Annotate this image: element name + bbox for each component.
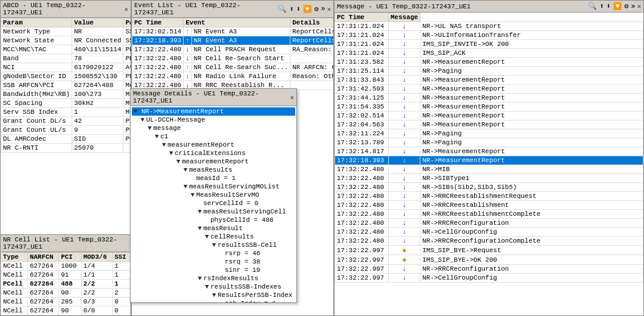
tree-expand-icon[interactable]: ▼ [182,166,189,174]
tree-expand-icon[interactable]: ▼ [203,233,210,240]
message-row[interactable]: 17:32:04.563↓NR->MeasurementReport [335,120,643,129]
tree-expand-icon[interactable]: ▼ [196,225,203,232]
nr-cell-row[interactable]: PCell6272644882/21 [1,280,131,289]
message-row[interactable]: 17:31:21.024↓IMS_SIP_ACK [335,49,643,58]
left-panel-close[interactable]: ✕ [124,5,128,13]
tree-item[interactable]: servCellId = 0 [132,199,295,207]
message-row[interactable]: 17:32:22.997↓NR->CellGroupConfig [335,274,643,283]
event-row[interactable]: 17:32:22.480↓NR Cell Re-Search Start [132,54,334,63]
message-row[interactable]: 17:32:22.480↓NR->MIB [335,165,643,174]
tree-item[interactable]: ▼MeasResultServMO [132,191,295,199]
event-row[interactable]: 17:32:22.480↑NR Cell Re-Search Suc...NR … [132,63,334,72]
tree-item[interactable]: ▼measResultServingCell [132,207,295,216]
tree-expand-icon[interactable]: ▼ [160,141,168,148]
tree-item[interactable]: ▼measurementReport [132,141,295,149]
tree-item[interactable]: rsrp = 46 [132,249,295,258]
message-row[interactable]: 17:32:22.480↓NR->RRCReestablishmentReque… [335,192,643,201]
tree-expand-icon[interactable]: ▼ [139,116,146,123]
tree-expand-icon[interactable]: ▼ [168,150,175,157]
message-details-close[interactable]: ✕ [290,94,294,101]
tree-expand-icon[interactable]: ▼ [182,183,189,190]
msg-filter-icon[interactable]: 🔽 [612,2,623,11]
msg-search-icon[interactable]: 🔍 [587,2,597,11]
nr-cell-row[interactable]: NCell62726410001/41 [1,262,131,271]
tree-item[interactable]: sinr = 19 [132,266,295,274]
expand-icon[interactable]: » [320,5,326,13]
down-icon[interactable]: ⬇ [296,5,301,14]
tree-expand-icon[interactable]: ▼ [210,241,218,249]
tree-item[interactable]: ▼NR->MeasurementReport [132,107,295,116]
message-row[interactable]: 17:31:25.114↓NR->Paging [335,67,643,76]
message-row[interactable]: 17:32:02.514↓NR->MeasurementReport [335,111,643,120]
filter-icon[interactable]: 🔽 [302,5,312,14]
message-row[interactable]: 17:32:18.393↓NR->MeasurementReport [335,156,643,165]
message-row[interactable]: 17:32:13.789↓NR->Paging [335,138,643,147]
nr-cell-row[interactable]: NCell627264900/00 [1,306,131,315]
message-panel-close[interactable]: ✕ [637,2,641,10]
nr-cell-row[interactable]: NCell627264911/11 [1,271,131,280]
event-row[interactable]: 17:32:22.480↓NR Cell PRACH RequestRA_Rea… [132,45,334,54]
tree-expand-icon[interactable]: ▼ [132,108,139,115]
tree-expand-icon[interactable]: ▼ [210,292,218,299]
message-row[interactable]: 17:32:22.480↓NR->SIBs(Sib2,Sib3,Sib5) [335,183,643,192]
tree-item[interactable]: ▼cellResults [132,233,295,241]
event-row[interactable]: 17:32:02.514↑NR Event A3ReportCells: 627… [132,27,334,36]
search-icon[interactable]: 🔍 [277,5,287,14]
message-row[interactable]: 17:32:22.997◆IMS_SIP_BYE->Request [335,246,643,255]
message-row[interactable]: 17:32:22.480↓NR->RRCReestablishment [335,201,643,210]
message-row[interactable]: 17:32:11.224↓NR->Paging [335,129,643,138]
tree-item[interactable]: ▼measResultServingMOList [132,182,295,191]
tree-item[interactable]: ▼rsIndexResults [132,274,295,283]
tree-expand-icon[interactable]: ▼ [153,133,160,140]
settings-icon[interactable]: ⚙ [314,5,319,14]
message-row[interactable]: 17:32:22.997↓NR->RRCReconfiguration [335,265,643,274]
message-row[interactable]: 17:32:22.480↓NR->SIBType1 [335,174,643,183]
message-row[interactable]: 17:32:22.480↓NR->RRCReconfigurationCompl… [335,237,643,246]
tree-expand-icon[interactable]: ▼ [146,125,153,132]
message-row[interactable]: 17:31:54.335↓NR->MeasurementReport [335,103,643,111]
nr-cell-type: NCell [1,262,28,271]
message-row[interactable]: 17:31:21.024↓IMS_SIP_INVITE->OK 200 [335,40,643,49]
tree-expand-icon[interactable]: ▼ [189,191,196,199]
tree-item[interactable]: rsrq = 38 [132,258,295,266]
tree-item[interactable]: ▼message [132,124,295,132]
tree-item[interactable]: ▼measResult [132,224,295,233]
message-row[interactable]: 17:32:22.480↓NR->RRCReestablishmentCompl… [335,210,643,219]
tree-item[interactable]: ▼resultsSSB-Indexes [132,283,295,291]
message-row[interactable]: 17:32:22.480↓NR->RRCReconfiguration [335,219,643,228]
tree-expand-icon[interactable]: ▼ [203,283,210,290]
msg-up-icon[interactable]: ⬆ [599,2,604,11]
message-row[interactable]: 17:31:21.024↓NR->ULInformationTransfer [335,31,643,40]
tree-expand-icon[interactable]: ▼ [175,158,182,165]
event-row[interactable]: 17:32:18.393↑NR Event A3ReportCells: 627… [132,36,334,45]
message-row[interactable]: 17:32:22.480↓NR->CellGroupConfig [335,228,643,237]
nr-cell-row[interactable]: NCell627264902/22 [1,289,131,298]
message-row[interactable]: 17:31:44.125↓NR->MeasurementReport [335,94,643,103]
tree-item[interactable]: ssb-Index = 1 [132,299,295,302]
param-name-2: PDSCH DM-SINR [123,54,131,63]
tree-item[interactable]: measId = 1 [132,174,295,182]
tree-item[interactable]: ▼measResults [132,166,295,174]
message-row[interactable]: 17:32:22.997◆IMS_SIP_BYE->OK 200 [335,255,643,265]
tree-expand-icon[interactable]: ▼ [196,275,203,282]
msg-down-icon[interactable]: ⬇ [606,2,611,11]
tree-item[interactable]: ▼criticalExtensions [132,149,295,157]
event-list-close[interactable]: ✕ [327,5,331,13]
message-row[interactable]: 17:31:21.024↓NR->UL NAS transport [335,22,643,31]
tree-item[interactable]: ▼ResultsPerSSB-Index [132,291,295,299]
nr-cell-row[interactable]: NCell6272642850/30 [1,298,131,306]
message-row[interactable]: 17:32:14.817↓NR->MeasurementReport [335,147,643,156]
message-row[interactable]: 17:31:33.843↓NR->MeasurementReport [335,76,643,85]
event-row[interactable]: 17:32:22.480↓NR Radio Link FailureReason… [132,72,334,81]
tree-item[interactable]: ▼c1 [132,132,295,141]
tree-item[interactable]: ▼measurementReport [132,157,295,166]
message-row[interactable]: 17:31:42.593↓NR->MeasurementReport [335,85,643,94]
tree-item[interactable]: physCellId = 488 [132,216,295,224]
message-row[interactable]: 17:31:23.582↓NR->MeasurementReport [335,58,643,67]
msg-expand-icon[interactable]: » [630,2,636,11]
msg-settings-icon[interactable]: ⚙ [624,2,629,11]
up-icon[interactable]: ⬆ [289,5,294,14]
tree-expand-icon[interactable]: ▼ [196,208,203,215]
tree-item[interactable]: ▼resultsSSB-Cell [132,241,295,249]
tree-item[interactable]: ▼UL-DCCH-Message [132,116,295,124]
